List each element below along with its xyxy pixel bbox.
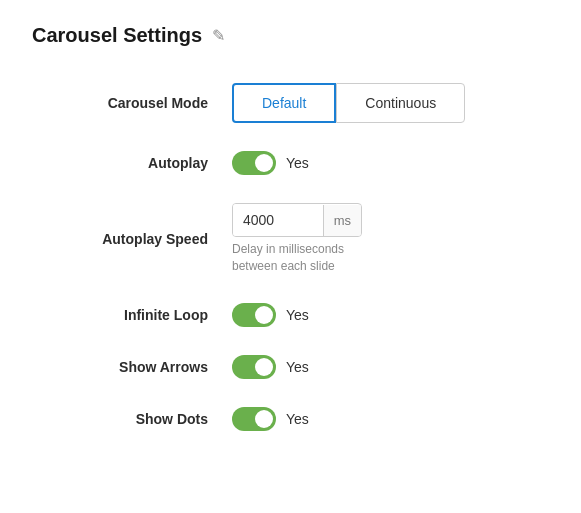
settings-grid: Carousel Mode Default Continuous Autopla… — [32, 83, 549, 431]
show-dots-thumb — [255, 410, 273, 428]
infinite-loop-control: Yes — [232, 303, 309, 327]
infinite-loop-value-label: Yes — [286, 307, 309, 323]
autoplay-control: Yes — [232, 151, 309, 175]
show-arrows-value-label: Yes — [286, 359, 309, 375]
show-dots-toggle-wrapper: Yes — [232, 407, 309, 431]
show-dots-label: Show Dots — [32, 411, 232, 427]
mode-buttons: Default Continuous — [232, 83, 465, 123]
carousel-mode-row: Carousel Mode Default Continuous — [32, 83, 549, 123]
show-arrows-toggle[interactable] — [232, 355, 276, 379]
autoplay-label: Autoplay — [32, 155, 232, 171]
infinite-loop-label: Infinite Loop — [32, 307, 232, 323]
mode-btn-continuous[interactable]: Continuous — [336, 83, 465, 123]
infinite-loop-toggle[interactable] — [232, 303, 276, 327]
autoplay-value-label: Yes — [286, 155, 309, 171]
carousel-mode-label: Carousel Mode — [32, 95, 232, 111]
show-arrows-row: Show Arrows Yes — [32, 355, 549, 379]
autoplay-toggle-wrapper: Yes — [232, 151, 309, 175]
carousel-mode-control: Default Continuous — [232, 83, 465, 123]
infinite-loop-thumb — [255, 306, 273, 324]
show-dots-value-label: Yes — [286, 411, 309, 427]
autoplay-speed-label: Autoplay Speed — [32, 231, 232, 247]
page-title: Carousel Settings — [32, 24, 202, 47]
page-header: Carousel Settings ✎ — [32, 24, 549, 47]
show-dots-control: Yes — [232, 407, 309, 431]
infinite-loop-row: Infinite Loop Yes — [32, 303, 549, 327]
show-arrows-label: Show Arrows — [32, 359, 232, 375]
speed-input-row: ms — [232, 203, 362, 237]
speed-input-wrapper: ms Delay in milliseconds between each sl… — [232, 203, 362, 275]
autoplay-speed-row: Autoplay Speed ms Delay in milliseconds … — [32, 203, 549, 275]
autoplay-thumb — [255, 154, 273, 172]
mode-btn-default[interactable]: Default — [232, 83, 336, 123]
edit-icon[interactable]: ✎ — [212, 26, 225, 45]
show-arrows-thumb — [255, 358, 273, 376]
show-arrows-toggle-wrapper: Yes — [232, 355, 309, 379]
show-dots-toggle[interactable] — [232, 407, 276, 431]
infinite-loop-toggle-wrapper: Yes — [232, 303, 309, 327]
speed-unit: ms — [323, 205, 361, 236]
autoplay-speed-control: ms Delay in milliseconds between each sl… — [232, 203, 362, 275]
autoplay-toggle[interactable] — [232, 151, 276, 175]
show-dots-row: Show Dots Yes — [32, 407, 549, 431]
speed-hint: Delay in milliseconds between each slide — [232, 241, 362, 275]
speed-input[interactable] — [233, 204, 323, 236]
autoplay-row: Autoplay Yes — [32, 151, 549, 175]
show-arrows-control: Yes — [232, 355, 309, 379]
